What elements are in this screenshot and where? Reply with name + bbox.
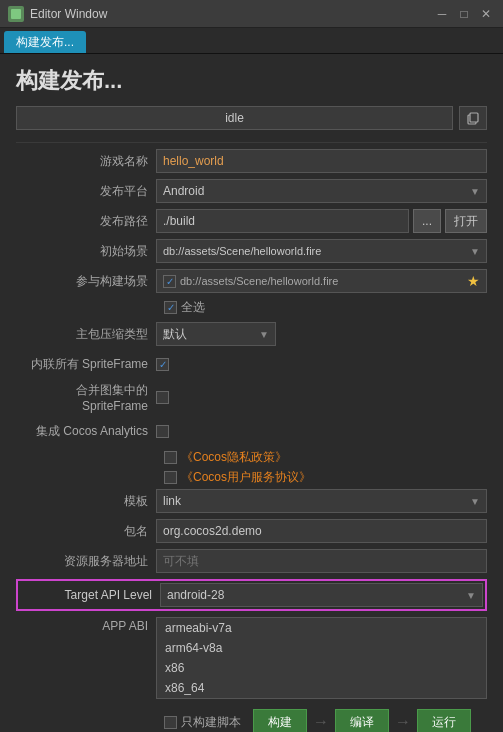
package-name-label: 包名 [16, 523, 156, 540]
app-abi-value: armeabi-v7a arm64-v8a x86 x86_64 [156, 617, 487, 699]
initial-scene-value: db://assets/Scene/helloworld.fire ▼ [156, 239, 487, 263]
abi-item-x86[interactable]: x86 [157, 658, 486, 678]
inline-sprite-label: 内联所有 SpriteFrame [16, 356, 156, 373]
window-controls: ─ □ ✕ [433, 5, 495, 23]
inline-sprite-value: ✓ [156, 358, 487, 371]
star-icon: ★ [467, 273, 480, 289]
divider-1 [16, 142, 487, 143]
status-bar: idle [16, 106, 487, 130]
abi-item-x86-64[interactable]: x86_64 [157, 678, 486, 698]
tab-build-publish[interactable]: 构建发布... [4, 31, 86, 53]
build-path-row: 发布路径 ... 打开 [16, 209, 487, 233]
select-all-checkbox[interactable]: ✓ [164, 301, 177, 314]
tab-bar: 构建发布... [0, 28, 503, 54]
main-pack-arrow-icon: ▼ [259, 329, 269, 340]
integrate-cocos-checkbox[interactable] [156, 425, 169, 438]
build-path-input[interactable] [156, 209, 409, 233]
abi-item-armeabi-v7a[interactable]: armeabi-v7a [157, 618, 486, 638]
integrate-cocos-row: 集成 Cocos Analytics [16, 419, 487, 443]
target-api-dropdown[interactable]: android-28 ▼ [160, 583, 483, 607]
privacy-row-2: 《Cocos用户服务协议》 [16, 469, 487, 486]
resource-server-value [156, 549, 487, 573]
privacy-link-2[interactable]: 《Cocos用户服务协议》 [181, 469, 311, 486]
app-abi-label: APP ABI [16, 617, 156, 633]
integrate-cocos-value [156, 425, 487, 438]
template-dropdown[interactable]: link ▼ [156, 489, 487, 513]
inline-sprite-row: 内联所有 SpriteFrame ✓ [16, 352, 487, 376]
participate-checkbox[interactable]: ✓ [163, 275, 176, 288]
package-name-row: 包名 [16, 519, 487, 543]
select-all-row: ✓ 全选 [16, 299, 487, 316]
main-pack-value: 默认 ▼ [156, 322, 487, 346]
build-button[interactable]: 构建 [253, 709, 307, 732]
privacy-row-1: 《Cocos隐私政策》 [16, 449, 487, 466]
participate-scene-text: db://assets/Scene/helloworld.fire [180, 275, 463, 287]
participate-scene-row: 参与构建场景 ✓ db://assets/Scene/helloworld.fi… [16, 269, 487, 293]
template-arrow-icon: ▼ [470, 496, 480, 507]
app-icon [8, 6, 24, 22]
participate-label: 参与构建场景 [16, 273, 156, 290]
integrate-cocos-label: 集成 Cocos Analytics [16, 423, 156, 440]
svg-rect-0 [11, 9, 21, 19]
game-name-row: 游戏名称 [16, 149, 487, 173]
minimize-button[interactable]: ─ [433, 5, 451, 23]
arrow-right-icon-1: → [313, 713, 329, 731]
dropdown-arrow-icon: ▼ [470, 186, 480, 197]
game-name-value [156, 149, 487, 173]
target-api-value: android-28 ▼ [160, 583, 483, 607]
abi-item-arm64-v8a[interactable]: arm64-v8a [157, 638, 486, 658]
initial-scene-label: 初始场景 [16, 243, 156, 260]
title-bar: Editor Window ─ □ ✕ [0, 0, 503, 28]
participate-value: ✓ db://assets/Scene/helloworld.fire ★ [156, 269, 487, 293]
build-path-open-button[interactable]: 打开 [445, 209, 487, 233]
only-build-script-label: 只构建脚本 [181, 714, 241, 731]
merge-sprite-label: 合并图集中的 SpriteFrame [16, 382, 156, 413]
privacy-checkbox-2[interactable] [164, 471, 177, 484]
participate-scene-field: ✓ db://assets/Scene/helloworld.fire ★ [156, 269, 487, 293]
only-build-script-checkbox[interactable] [164, 716, 177, 729]
maximize-button[interactable]: □ [455, 5, 473, 23]
build-path-label: 发布路径 [16, 213, 156, 230]
target-api-arrow-icon: ▼ [466, 590, 476, 601]
arrow-right-icon-2: → [395, 713, 411, 731]
build-path-value: ... 打开 [156, 209, 487, 233]
merge-sprite-row: 合并图集中的 SpriteFrame [16, 382, 487, 413]
abi-list: armeabi-v7a arm64-v8a x86 x86_64 [156, 617, 487, 699]
select-all-label: 全选 [181, 299, 205, 316]
resource-server-row: 资源服务器地址 [16, 549, 487, 573]
compile-button[interactable]: 编译 [335, 709, 389, 732]
platform-dropdown[interactable]: Android ▼ [156, 179, 487, 203]
template-row: 模板 link ▼ [16, 489, 487, 513]
target-api-highlighted: Target API Level android-28 ▼ [16, 579, 487, 611]
package-name-input[interactable] [156, 519, 487, 543]
inline-sprite-checkbox[interactable]: ✓ [156, 358, 169, 371]
build-path-dots-button[interactable]: ... [413, 209, 441, 233]
platform-value: Android ▼ [156, 179, 487, 203]
only-build-script-container: 只构建脚本 [164, 714, 241, 731]
resource-server-input[interactable] [156, 549, 487, 573]
status-copy-button[interactable] [459, 106, 487, 130]
initial-scene-arrow-icon: ▼ [470, 246, 480, 257]
page-title: 构建发布... [16, 66, 487, 96]
window-title: Editor Window [30, 7, 427, 21]
privacy-checkbox-1[interactable] [164, 451, 177, 464]
merge-sprite-value [156, 391, 487, 404]
svg-rect-2 [470, 113, 478, 122]
main-content: 构建发布... idle 游戏名称 发布平台 Android ▼ [0, 54, 503, 732]
platform-label: 发布平台 [16, 183, 156, 200]
template-value: link ▼ [156, 489, 487, 513]
merge-sprite-checkbox[interactable] [156, 391, 169, 404]
main-pack-dropdown[interactable]: 默认 ▼ [156, 322, 276, 346]
resource-server-label: 资源服务器地址 [16, 553, 156, 570]
run-button[interactable]: 运行 [417, 709, 471, 732]
status-field: idle [16, 106, 453, 130]
target-api-row: Target API Level android-28 ▼ [20, 583, 483, 607]
initial-scene-row: 初始场景 db://assets/Scene/helloworld.fire ▼ [16, 239, 487, 263]
close-button[interactable]: ✕ [477, 5, 495, 23]
main-pack-row: 主包压缩类型 默认 ▼ [16, 322, 487, 346]
privacy-link-1[interactable]: 《Cocos隐私政策》 [181, 449, 287, 466]
initial-scene-dropdown[interactable]: db://assets/Scene/helloworld.fire ▼ [156, 239, 487, 263]
platform-row: 发布平台 Android ▼ [16, 179, 487, 203]
game-name-input[interactable] [156, 149, 487, 173]
main-pack-label: 主包压缩类型 [16, 326, 156, 343]
